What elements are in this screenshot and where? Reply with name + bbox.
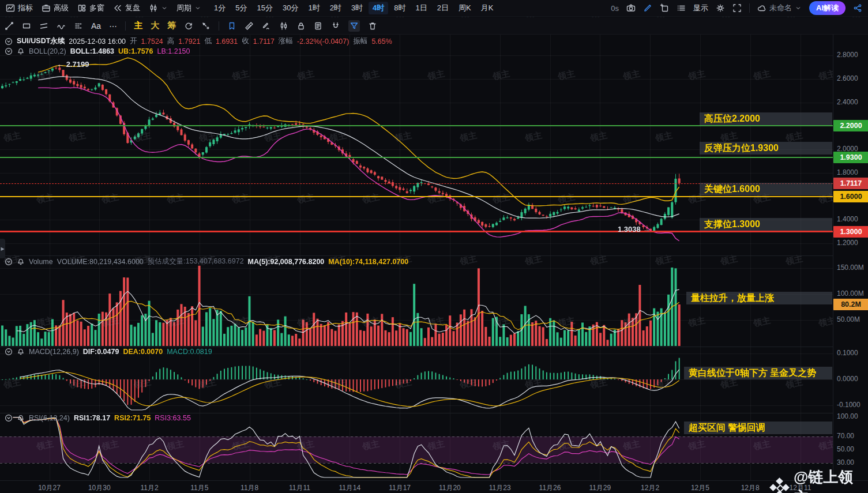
- level-line[interactable]: [0, 196, 833, 197]
- parallel-lines-tool-icon[interactable]: [39, 21, 48, 31]
- timeframe-15分[interactable]: 15分: [253, 2, 276, 14]
- macd-header: MACD(12,26,9) DIF:0.0479 DEA:0.0070 MACD…: [5, 348, 212, 356]
- boll-title: BOLL(20,2): [29, 47, 66, 55]
- boll-ub-value: UB:1.7576: [118, 47, 153, 55]
- low-price-value: 1.3038: [618, 225, 641, 234]
- rsi-title: RSI(6,12,24): [29, 414, 70, 422]
- collapse-icon[interactable]: [5, 47, 13, 55]
- annotation-label[interactable]: 超买区间 警惕回调: [684, 422, 832, 434]
- macd-chart-canvas[interactable]: [0, 347, 833, 413]
- pane-separator[interactable]: [0, 413, 833, 413]
- fullscreen-icon[interactable]: [732, 3, 742, 13]
- ruler-icon[interactable]: [245, 21, 254, 31]
- timeframe-周K[interactable]: 周K: [454, 2, 475, 14]
- trendline-tool-icon[interactable]: [5, 21, 14, 31]
- large-chart-tab[interactable]: 大: [151, 20, 159, 31]
- bookmark-icon[interactable]: [227, 21, 236, 31]
- timeframe-2日[interactable]: 2日: [433, 2, 453, 14]
- share-icon[interactable]: [853, 3, 862, 13]
- layout-name-button[interactable]: 未命名: [757, 3, 802, 13]
- rsi-axis-label: 70.00: [837, 432, 854, 440]
- left-panel-toggle[interactable]: ▶: [0, 239, 5, 258]
- magnet-icon[interactable]: [331, 21, 340, 31]
- timeframe-1日[interactable]: 1日: [412, 2, 431, 14]
- chart-style-select[interactable]: [149, 3, 168, 13]
- collapse-icon[interactable]: [5, 258, 13, 266]
- text-tool[interactable]: Aa: [91, 21, 101, 31]
- chip-chart-tab[interactable]: 筹: [167, 20, 176, 31]
- pencil-icon[interactable]: [643, 3, 652, 13]
- volume-ma10: MA(10):74,118,427.0700: [328, 258, 408, 266]
- level-line[interactable]: [0, 231, 833, 232]
- pointer-tool-icon[interactable]: [201, 21, 211, 31]
- brand-watermark: @链上领主: [771, 467, 868, 493]
- annotation-label[interactable]: 高压位2.2000: [700, 112, 832, 125]
- collapse-icon[interactable]: [5, 37, 13, 46]
- time-axis-label: 11月17: [381, 483, 418, 493]
- menu-multiwindow[interactable]: 多窗: [77, 3, 104, 13]
- time-axis-label: 11月2: [131, 483, 168, 493]
- chevron-down-icon: [161, 5, 168, 12]
- level-line[interactable]: [0, 157, 833, 158]
- annotation-label[interactable]: 支撑位1.3000: [700, 218, 832, 231]
- timeframe-4时[interactable]: 4时: [369, 2, 388, 14]
- notes-icon[interactable]: [314, 21, 323, 31]
- boll-mid-value: BOLL:1.4863: [70, 47, 114, 55]
- display-button[interactable]: 显示: [693, 3, 708, 13]
- timeframe-8时[interactable]: 8时: [390, 2, 409, 14]
- volume-axis-label: 100.00M: [837, 289, 864, 298]
- rectangle-tool-icon[interactable]: [22, 21, 31, 31]
- pane-separator[interactable]: [0, 255, 833, 256]
- lock-icon[interactable]: [296, 21, 306, 31]
- time-axis-label: 11月29: [581, 483, 618, 493]
- annotation-label[interactable]: 关键位1.6000: [700, 183, 832, 195]
- time-axis-label: 11月8: [231, 483, 268, 493]
- pane-separator[interactable]: [0, 347, 833, 347]
- wave-tool-icon[interactable]: [57, 21, 66, 31]
- level-line[interactable]: [0, 125, 833, 126]
- period-select[interactable]: 周期: [176, 3, 201, 13]
- timeframe-3时[interactable]: 3时: [347, 2, 367, 14]
- timeframe-1分[interactable]: 1分: [210, 2, 230, 14]
- annotation-label[interactable]: 黄白线位于0轴下方 呈金叉之势: [684, 367, 832, 379]
- timeframe-月K[interactable]: 月K: [477, 2, 498, 14]
- timeframe-5分[interactable]: 5分: [231, 2, 251, 14]
- left-arrow-icon: ←: [57, 60, 64, 69]
- collapse-icon[interactable]: [5, 348, 13, 356]
- timeframe-group: 1分5分15分30分1时2时3时4时8时1日2日周K月K: [210, 2, 497, 14]
- menu-multiwindow-label: 多窗: [89, 3, 104, 13]
- menu-advanced[interactable]: 高级: [42, 3, 69, 13]
- menu-indicator[interactable]: 指标: [6, 3, 33, 13]
- alert-bell-icon[interactable]: [17, 47, 25, 55]
- dashed-lines-tool-icon[interactable]: [74, 21, 83, 31]
- timeframe-1时[interactable]: 1时: [304, 2, 324, 14]
- add-frame-icon[interactable]: [660, 3, 669, 13]
- collapse-icon[interactable]: [5, 414, 13, 422]
- alert-bell-icon[interactable]: [17, 348, 25, 356]
- low-price-note: 1.3038 →: [618, 225, 650, 234]
- time-axis[interactable]: 10月2710月3011月211月511月811月1111月1411月1711月…: [0, 480, 868, 493]
- price-tag: 1.9300: [833, 152, 868, 163]
- main-chart-tab[interactable]: 主: [134, 20, 142, 31]
- trash-icon[interactable]: [368, 21, 377, 31]
- candles-tool-icon[interactable]: [279, 21, 288, 31]
- ai-analysis-button[interactable]: AI解读: [809, 1, 846, 15]
- timeframe-2时[interactable]: 2时: [326, 2, 345, 14]
- refresh-icon[interactable]: [184, 21, 193, 31]
- close-label: 收: [242, 36, 249, 46]
- briefcase-icon: [42, 3, 51, 13]
- draw-pencil-icon[interactable]: [262, 21, 271, 31]
- filter-icon[interactable]: [348, 20, 360, 32]
- annotation-label[interactable]: 量柱拉升，放量上涨: [686, 292, 832, 304]
- timeframe-30分[interactable]: 30分: [279, 2, 302, 14]
- price-axis[interactable]: 2.80002.60002.40002.00001.80001.40001.20…: [833, 34, 868, 480]
- camera-icon[interactable]: [626, 3, 636, 13]
- annotation-label[interactable]: 反弹压力位1.9300: [700, 142, 832, 155]
- list-settings-icon[interactable]: [677, 3, 686, 13]
- alert-bell-icon[interactable]: [17, 258, 25, 266]
- multiwindow-icon: [77, 3, 87, 13]
- menu-replay[interactable]: 复盘: [113, 3, 140, 13]
- alert-bell-icon[interactable]: [17, 414, 25, 422]
- gear-icon[interactable]: [716, 3, 725, 13]
- more-tools[interactable]: ⋯: [109, 21, 117, 31]
